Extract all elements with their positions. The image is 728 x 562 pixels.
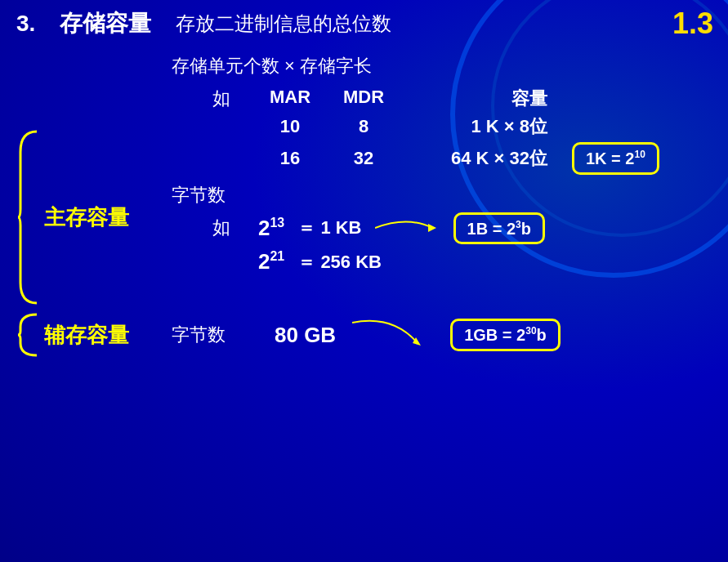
main-memory-brace: [16, 127, 41, 307]
aux-value: 80 GB: [275, 323, 336, 348]
arrow-1kb: [375, 216, 440, 240]
bytes-row1-expr: 213: [258, 216, 284, 241]
formula-units: 存储单元个数 × 存储字长: [172, 54, 712, 78]
bytes-row1-prefix: 如: [212, 216, 245, 240]
arrow-1gb: [352, 314, 434, 355]
svg-marker-0: [428, 224, 436, 232]
table-header-mar: MAR: [253, 87, 327, 111]
slide-number: 1.3: [672, 7, 713, 41]
aux-bytes-label: 字节数: [172, 323, 226, 347]
aux-memory-label: 辅存容量: [44, 321, 129, 350]
note-gb-equals: 1GB = 230b: [450, 319, 561, 351]
section-title: 3. 存储容量 存放二进制信息的总位数: [16, 8, 712, 39]
table-row1-cap: 1 K × 8位: [400, 114, 564, 139]
bytes-row2-eq: ＝ 256 KB: [297, 250, 382, 274]
table-row2-mdr: 32: [327, 148, 400, 169]
table-row1-mdr: 8: [327, 116, 400, 137]
table-row2-cap: 64 K × 32位: [400, 146, 564, 171]
section-number: 3.: [16, 11, 35, 37]
section-main-title: 存储容量: [60, 8, 151, 39]
aux-memory-brace: [16, 310, 41, 359]
bytes-label: 字节数: [172, 183, 712, 207]
bytes-row1-eq: ＝ 1 KB: [297, 216, 361, 240]
note-b-equals: 1B = 23b: [453, 212, 545, 245]
table-row2-mar: 16: [253, 148, 327, 169]
table-header-ru: 如: [212, 87, 253, 111]
table-header-cap: 容量: [400, 87, 564, 111]
table-row1-mar: 10: [253, 116, 327, 137]
note-k-equals: 1K = 210: [572, 142, 659, 175]
bytes-row2-expr: 221: [258, 249, 284, 274]
section-description: 存放二进制信息的总位数: [176, 11, 391, 37]
main-memory-label: 主存容量: [44, 203, 129, 232]
table-header-mdr: MDR: [327, 87, 400, 111]
